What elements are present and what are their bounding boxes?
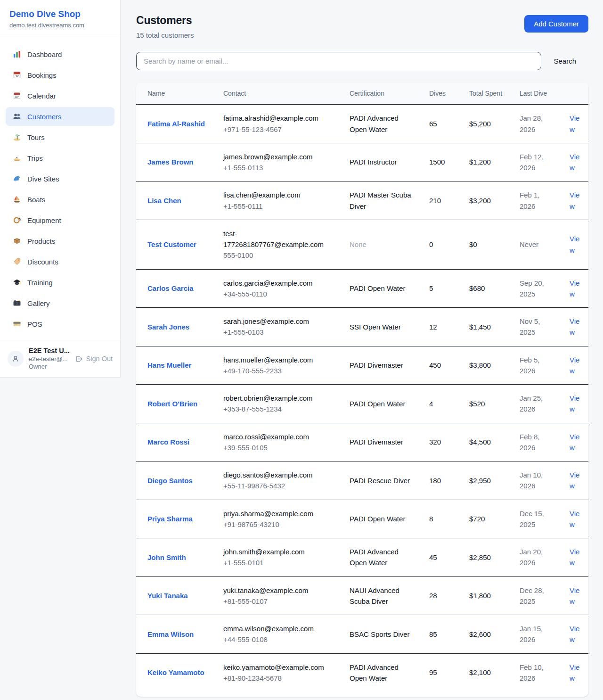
sidebar-item-dive-sites[interactable]: Dive Sites [6,169,114,188]
sidebar-item-label: Gallery [27,299,50,307]
trips-icon [13,154,21,162]
view-link[interactable]: View [570,191,579,210]
customer-name-link[interactable]: Sarah Jones [147,323,189,331]
customer-name-link[interactable]: John Smith [147,553,186,561]
customer-certification: PADI Divemaster [342,346,422,385]
customer-email: yuki.tanaka@example.com [223,585,334,596]
view-link[interactable]: View [570,279,579,298]
sidebar-item-label: Discounts [27,258,58,266]
table-row: Lisa Chen lisa.chen@example.com +1-555-0… [136,181,588,220]
sidebar-item-equipment[interactable]: Equipment [6,211,114,230]
customer-last-dive: Nov 5, 2025 [512,308,562,346]
page-header: Customers 15 total customers Add Custome… [136,14,588,39]
add-customer-button[interactable]: Add Customer [524,15,588,33]
customer-dives: 28 [422,576,462,615]
search-row: Search [136,52,588,70]
view-link[interactable]: View [570,394,579,413]
customer-last-dive: Feb 8, 2026 [512,423,562,461]
sidebar-item-pos[interactable]: POS [6,314,114,333]
user-role: Owner [29,363,70,371]
sidebar-item-dashboard[interactable]: Dashboard [6,45,114,64]
sidebar-item-label: Dive Sites [27,175,59,183]
sidebar-item-trips[interactable]: Trips [6,148,114,167]
customer-last-dive: Dec 28, 2025 [512,576,562,615]
customer-certification: PADI Open Water [342,385,422,423]
view-link[interactable]: View [570,471,579,490]
view-link[interactable]: View [570,153,579,172]
sidebar-item-bookings[interactable]: 17Bookings [6,66,114,84]
customer-name-link[interactable]: James Brown [147,158,194,166]
table-row: Sarah Jones sarah.jones@example.com +1-5… [136,308,588,346]
view-link[interactable]: View [570,433,579,452]
sidebar-item-label: Boats [27,196,45,204]
customer-dives: 450 [422,346,462,385]
customer-name-link[interactable]: Carlos Garcia [147,284,194,292]
customer-name-link[interactable]: Emma Wilson [147,630,194,638]
customer-total-spent: $2,600 [462,615,512,654]
customer-name-link[interactable]: Test Customer [147,240,196,248]
table-row: Keiko Yamamoto keiko.yamamoto@example.co… [136,653,588,697]
page-title: Customers [136,14,194,27]
view-link[interactable]: View [570,548,579,567]
search-button[interactable]: Search [541,57,588,65]
customer-name-link[interactable]: Fatima Al-Rashid [147,120,205,128]
customer-name-link[interactable]: Yuki Tanaka [147,592,188,600]
column-header: Contact [216,82,342,105]
view-link[interactable]: View [570,114,579,133]
customers-table: NameContactCertificationDivesTotal Spent… [136,82,588,697]
view-link[interactable]: View [570,586,579,605]
sidebar-item-customers[interactable]: Customers [6,107,114,126]
sign-out-label: Sign Out [86,355,113,362]
customer-name-link[interactable]: Marco Rossi [147,438,189,446]
view-link[interactable]: View [570,317,579,336]
sidebar-item-label: Tours [27,133,45,141]
customer-name-link[interactable]: Robert O'Brien [147,400,197,408]
customer-total-spent: $3,200 [462,181,512,220]
calendar-icon [13,91,21,100]
table-row: Hans Mueller hans.mueller@example.com +4… [136,346,588,385]
customer-dives: 0 [422,220,462,269]
customer-phone: +44-555-0108 [223,634,334,645]
pos-icon [13,320,21,328]
svg-text:17: 17 [15,74,19,78]
sidebar-item-boats[interactable]: Boats [6,190,114,209]
customer-name-link[interactable]: Diego Santos [147,477,193,485]
customer-certification: SSI Open Water [342,308,422,346]
view-link[interactable]: View [570,510,579,528]
customer-email: lisa.chen@example.com [223,189,334,200]
customer-total-spent: $1,200 [462,143,512,181]
customer-phone: +91-98765-43210 [223,519,334,530]
table-row: Test Customer test-1772681807767@example… [136,220,588,269]
customer-name-link[interactable]: Priya Sharma [147,515,193,523]
customer-certification: None [342,220,422,269]
sidebar-item-discounts[interactable]: Discounts [6,252,114,271]
customer-email: keiko.yamamoto@example.com [223,662,334,673]
user-name: E2E Test U... [29,346,70,355]
search-input[interactable] [136,52,541,70]
customer-email: fatima.alrashid@example.com [223,113,334,124]
sidebar-item-training[interactable]: Training [6,273,114,292]
customer-name-link[interactable]: Lisa Chen [147,197,181,205]
customer-email: diego.santos@example.com [223,469,334,480]
shop-title[interactable]: Demo Dive Shop [9,9,111,19]
customer-name-link[interactable]: Keiko Yamamoto [147,668,204,676]
column-header: Last Dive [512,82,562,105]
view-link[interactable]: View [570,235,579,254]
column-header: Name [136,82,216,105]
customer-last-dive: Jan 25, 2026 [512,385,562,423]
view-link[interactable]: View [570,663,579,682]
dashboard-icon [13,50,21,58]
view-link[interactable]: View [570,625,579,643]
sidebar-item-gallery[interactable]: Gallery [6,294,114,313]
customer-certification: NAUI Advanced Scuba Diver [342,576,422,615]
sidebar-item-calendar[interactable]: Calendar [6,86,114,105]
customer-total-spent: $680 [462,269,512,308]
sign-out-icon [75,355,83,363]
person-icon [11,354,20,363]
view-link[interactable]: View [570,356,579,375]
customer-name-link[interactable]: Hans Mueller [147,361,191,369]
sidebar-item-products[interactable]: Products [6,231,114,250]
column-header: Dives [422,82,462,105]
sign-out-button[interactable]: Sign Out [75,355,113,363]
sidebar-item-tours[interactable]: Tours [6,128,114,147]
